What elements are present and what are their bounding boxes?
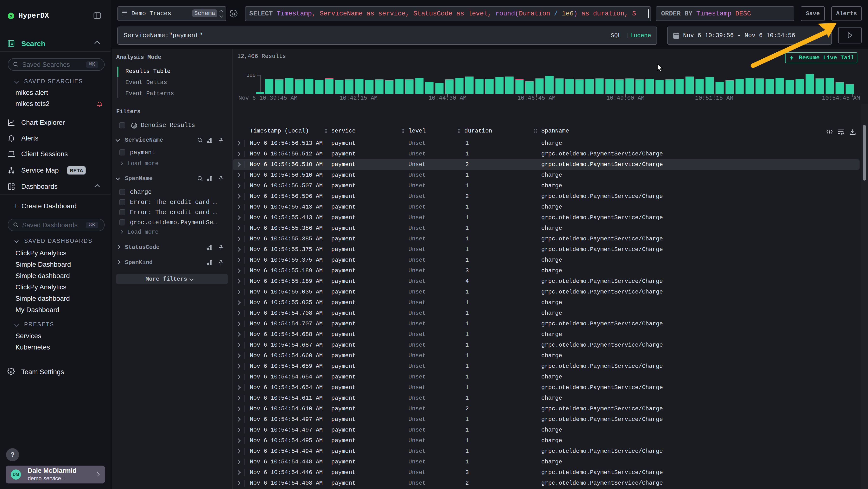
svg-text:10:49:00 AM: 10:49:00 AM <box>607 95 645 102</box>
svg-text:Nov 6 10:39:45 AM: Nov 6 10:39:45 AM <box>239 95 298 102</box>
svg-text:10:44:30 AM: 10:44:30 AM <box>429 95 467 102</box>
svg-text:10:54:45 AM: 10:54:45 AM <box>822 95 860 102</box>
svg-text:10:42:15 AM: 10:42:15 AM <box>340 95 378 102</box>
svg-text:10:46:45 AM: 10:46:45 AM <box>518 95 556 102</box>
svg-text:300: 300 <box>246 73 255 78</box>
svg-text:10:51:15 AM: 10:51:15 AM <box>695 95 733 102</box>
